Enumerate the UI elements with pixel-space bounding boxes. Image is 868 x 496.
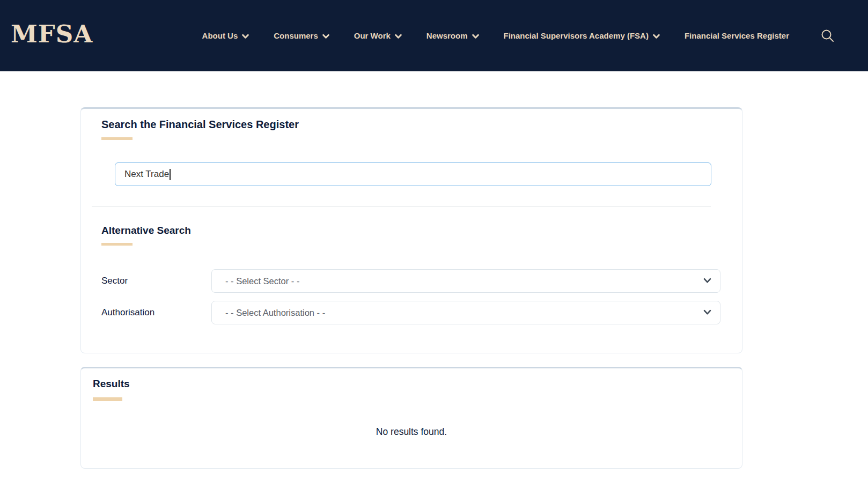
results-card: Results No results found. bbox=[80, 367, 742, 469]
text-caret bbox=[170, 169, 171, 180]
alternative-search-title: Alternative Search bbox=[101, 225, 722, 236]
mfsa-logo[interactable]: MFSA bbox=[11, 22, 93, 49]
search-input-value: Next Trade bbox=[124, 169, 169, 180]
search-card-title: Search the Financial Services Register bbox=[101, 119, 722, 131]
nav-our-work[interactable]: Our Work bbox=[354, 31, 402, 40]
sector-select-wrapper: - - Select Sector - - bbox=[211, 269, 720, 293]
nav-financial-services-register[interactable]: Financial Services Register bbox=[685, 31, 789, 40]
nav-financial-supervisors-academy[interactable]: Financial Supervisors Academy (FSA) bbox=[504, 31, 660, 40]
chevron-down-icon bbox=[395, 33, 402, 39]
chevron-down-icon bbox=[472, 33, 479, 39]
chevron-down-icon bbox=[242, 33, 249, 39]
main-content: Search the Financial Services Register N… bbox=[80, 107, 742, 469]
nav-label: Our Work bbox=[354, 31, 391, 40]
sector-select[interactable]: - - Select Sector - - bbox=[211, 269, 720, 293]
nav-label: Consumers bbox=[274, 31, 318, 40]
authorisation-label: Authorisation bbox=[101, 307, 211, 318]
search-register-card: Search the Financial Services Register N… bbox=[80, 107, 742, 353]
title-accent-bar bbox=[101, 137, 133, 140]
nav-label: Newsroom bbox=[426, 31, 468, 40]
authorisation-select-wrapper: - - Select Authorisation - - bbox=[211, 301, 720, 324]
search-icon[interactable] bbox=[820, 28, 835, 43]
nav-consumers[interactable]: Consumers bbox=[274, 31, 329, 40]
title-accent-bar bbox=[93, 397, 122, 401]
authorisation-select[interactable]: - - Select Authorisation - - bbox=[211, 301, 720, 324]
nav-newsroom[interactable]: Newsroom bbox=[426, 31, 479, 40]
sector-field-row: Sector - - Select Sector - - bbox=[101, 269, 722, 293]
nav-label: Financial Supervisors Academy (FSA) bbox=[504, 31, 649, 40]
title-accent-bar bbox=[101, 243, 133, 246]
authorisation-field-row: Authorisation - - Select Authorisation -… bbox=[101, 301, 722, 324]
results-title: Results bbox=[93, 378, 730, 390]
site-header: MFSA About Us Consumers Our Work Newsroo… bbox=[0, 0, 868, 71]
search-input-wrapper: Next Trade bbox=[115, 162, 711, 186]
nav-label: About Us bbox=[202, 31, 238, 40]
nav-label: Financial Services Register bbox=[685, 31, 789, 40]
nav-about-us[interactable]: About Us bbox=[202, 31, 249, 40]
no-results-message: No results found. bbox=[93, 426, 730, 438]
section-divider bbox=[92, 206, 711, 207]
chevron-down-icon bbox=[322, 33, 329, 39]
chevron-down-icon bbox=[653, 33, 660, 39]
sector-label: Sector bbox=[101, 276, 211, 286]
main-nav: About Us Consumers Our Work Newsroom Fin… bbox=[202, 28, 868, 43]
search-input[interactable]: Next Trade bbox=[115, 162, 711, 186]
